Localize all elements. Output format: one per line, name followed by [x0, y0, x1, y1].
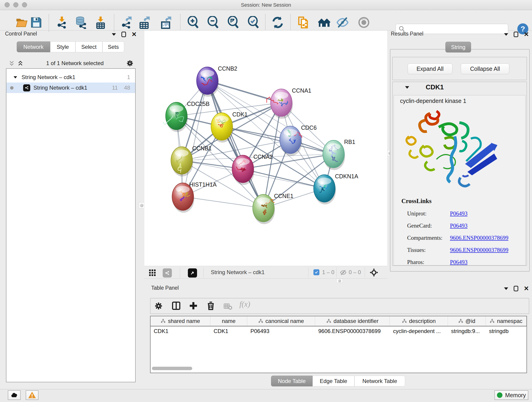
network-node-HIST1H1A[interactable]: HIST1H1A [172, 181, 217, 213]
network-row-selected[interactable]: String Network – cdk1 11 48 [6, 83, 135, 93]
tab-style[interactable]: Style [50, 41, 75, 52]
refresh-icon[interactable] [271, 16, 284, 29]
cloud-button[interactable] [8, 390, 21, 400]
network-node-CCNA2[interactable]: CCNA2 [232, 153, 273, 185]
warnings-button[interactable] [26, 390, 38, 400]
network-canvas[interactable]: CCNB2CCNA1CDC25BCDK1CDC6RB1CCNB1CCNA2CDK… [144, 31, 387, 266]
import-table-icon[interactable] [94, 16, 107, 29]
network-edge[interactable] [183, 81, 207, 197]
network-collection-row[interactable]: String Network – cdk1 1 [6, 72, 135, 83]
network-node-CDC6[interactable]: CDC6 [280, 124, 317, 156]
gene-expander-icon[interactable] [405, 86, 409, 89]
network-options-gear-icon[interactable] [126, 59, 134, 67]
import-network-icon[interactable] [56, 16, 68, 29]
network-node-CCNB2[interactable]: CCNB2 [196, 65, 237, 97]
bottom-splitter-handle[interactable] [336, 279, 343, 283]
tab-edge-table[interactable]: Edge Table [312, 376, 355, 386]
panel-float-icon[interactable] [514, 286, 518, 291]
import-network-from-database-icon[interactable] [74, 16, 87, 29]
clone-network-icon[interactable] [297, 16, 310, 29]
birds-eye-view-icon[interactable] [188, 268, 197, 278]
crosslink-link[interactable]: P06493 [450, 223, 467, 229]
column-header-shared-name[interactable]: shared name [151, 316, 210, 326]
table-cell[interactable]: stringdb [486, 326, 526, 336]
tab-node-table[interactable]: Node Table [271, 376, 312, 386]
column-header-canonical-name[interactable]: canonical name [247, 316, 315, 326]
collapse-all-button[interactable]: Collapse All [461, 64, 509, 74]
tab-select[interactable]: Select [75, 41, 102, 52]
table-cell[interactable]: CDK1 [210, 326, 247, 336]
panel-collapse-icon[interactable] [504, 287, 508, 290]
crosslink-label: Tissues: [407, 247, 450, 253]
tab-network-table[interactable]: Network Table [355, 376, 405, 386]
collapse-all-chevrons-icon[interactable] [8, 60, 15, 67]
show-all-icon[interactable] [357, 16, 370, 29]
crosslink-link[interactable]: 9606.ENSP00000378699 [450, 247, 508, 253]
add-column-icon[interactable] [189, 301, 198, 311]
node-table[interactable]: shared namenamecanonical namedatabase id… [150, 316, 527, 373]
export-table-icon[interactable] [138, 16, 151, 29]
table-settings-gear-icon[interactable] [154, 301, 163, 311]
column-header-name[interactable]: name [210, 316, 247, 326]
export-image-icon[interactable] [159, 16, 172, 29]
column-header-namespac[interactable]: namespac [486, 316, 526, 326]
function-builder-icon[interactable]: f(x) [239, 300, 250, 308]
first-neighbors-icon[interactable] [318, 16, 331, 29]
column-header-database-identifier[interactable]: database identifier [315, 316, 390, 326]
save-session-icon[interactable] [30, 16, 43, 29]
zoom-in-icon[interactable] [187, 16, 200, 29]
node-count-badge: 11 [112, 85, 118, 91]
tree-expander-icon[interactable] [13, 76, 17, 78]
panel-close-icon[interactable]: ✕ [524, 286, 529, 291]
network-node-CDKN1A[interactable]: CDKN1A [314, 173, 358, 204]
panel-float-icon[interactable] [514, 32, 518, 37]
tab-string[interactable]: String [445, 42, 471, 52]
fit-content-crosshair-icon[interactable] [369, 268, 379, 277]
network-node-CCNA1[interactable]: CCNA1 [267, 87, 311, 119]
table-cell[interactable]: stringdb:9... [448, 326, 486, 336]
network-view-share-icon[interactable] [163, 268, 172, 278]
panel-collapse-icon[interactable] [112, 33, 116, 36]
delete-table-icon[interactable] [223, 303, 233, 310]
zoom-selected-icon[interactable] [247, 16, 260, 29]
zoom-fit-icon[interactable] [227, 16, 240, 29]
table-cell[interactable]: 9606.ENSP00000378699 [315, 326, 390, 336]
selected-checkbox-icon[interactable] [313, 269, 319, 275]
column-header-description[interactable]: description [390, 316, 448, 326]
network-node-CCNB1[interactable]: CCNB1 [171, 145, 212, 177]
tab-network[interactable]: Network [17, 41, 50, 52]
table-cell[interactable]: P06493 [247, 326, 315, 336]
tab-sets[interactable]: Sets [102, 41, 124, 52]
horizontal-scrollbar-thumb[interactable] [152, 367, 192, 370]
export-network-icon[interactable] [120, 16, 133, 29]
network-node-CCNE1[interactable]: CCNE1 [253, 193, 293, 224]
hide-selected-icon[interactable] [336, 16, 349, 29]
network-edge[interactable] [243, 169, 324, 188]
panel-close-icon[interactable]: ✕ [524, 32, 529, 37]
network-node-RB1[interactable]: RB1 [323, 139, 355, 170]
network-node-CDK1[interactable]: CDK1 [211, 111, 248, 143]
table-row[interactable]: CDK1CDK1P064939606.ENSP00000378699cyclin… [151, 326, 526, 336]
crosslink-link[interactable]: P06493 [450, 259, 467, 265]
memory-button[interactable]: Memory [494, 390, 528, 400]
zoom-out-icon[interactable] [207, 16, 220, 29]
crosslink-link[interactable]: 9606.ENSP00000378699 [450, 235, 508, 241]
grid-view-icon[interactable] [148, 269, 156, 277]
delete-column-icon[interactable] [206, 301, 216, 311]
panel-close-icon[interactable]: ✕ [132, 32, 137, 37]
column-header-@id[interactable]: @id [448, 316, 486, 326]
network-node-CDC25B[interactable]: CDC25B [163, 101, 210, 132]
panel-float-icon[interactable] [121, 32, 126, 37]
expand-all-button[interactable]: Expand All [408, 64, 452, 74]
panel-collapse-icon[interactable] [504, 33, 508, 36]
split-panel-icon[interactable] [171, 301, 181, 311]
network-edge[interactable] [207, 81, 264, 208]
results-panel-title: Results Panel [391, 31, 423, 37]
network-edge[interactable] [183, 197, 264, 208]
expand-all-chevrons-icon[interactable] [17, 60, 24, 67]
crosslink-link[interactable]: P06493 [450, 211, 467, 217]
left-splitter-handle[interactable] [139, 202, 144, 208]
open-file-icon[interactable] [15, 16, 28, 29]
table-cell[interactable]: CDK1 [151, 326, 210, 336]
table-cell[interactable]: cyclin-dependent ... [390, 326, 448, 336]
